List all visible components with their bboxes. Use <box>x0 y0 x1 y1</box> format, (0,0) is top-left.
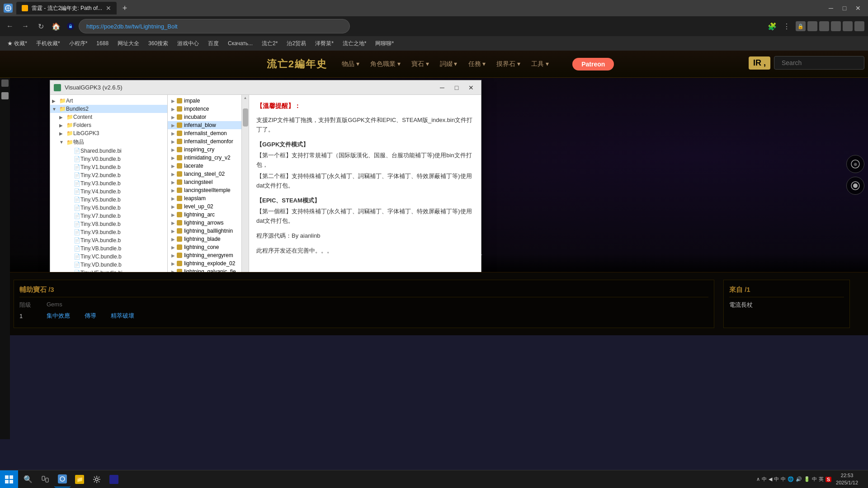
tray-icon-lang[interactable]: 中 <box>812 476 817 483</box>
tray-chevron[interactable]: ∧ <box>756 476 760 482</box>
file-item-lightning-ball[interactable]: ▶ lightning_balllightnin <box>168 227 249 235</box>
tree-item-folders[interactable]: ▶ 📁 Folders <box>50 121 167 129</box>
tree-file-v8[interactable]: 📄Tiny.V8.bundle.b <box>50 220 167 228</box>
tree-file-v7[interactable]: 📄Tiny.V7.bundle.b <box>50 212 167 220</box>
tree-item-streaming[interactable]: ▼ 📁 物品 <box>50 137 167 147</box>
tree-file-vd[interactable]: 📄Tiny.VD.bundle.b <box>50 261 167 269</box>
toolbar-btn-2[interactable] <box>807 21 817 31</box>
home-btn[interactable]: 🏠 <box>50 20 62 33</box>
patreon-button[interactable]: Patreon <box>572 58 614 70</box>
file-item-intimidating-cry[interactable]: ▶ intimidating_cry_v2 <box>168 154 249 162</box>
taskbar-taskview[interactable] <box>37 471 53 488</box>
taskbar-app1[interactable] <box>106 471 122 488</box>
file-item-incubator[interactable]: ▶ incubator <box>168 113 249 121</box>
tree-file-v1[interactable]: 📄Tiny.V1.bundle.b <box>50 163 167 171</box>
minimize-browser-btn[interactable]: ─ <box>825 2 837 14</box>
nav-affixes[interactable]: 詞綴 ▾ <box>440 60 458 68</box>
toolbar-btn-3[interactable] <box>819 21 829 31</box>
maximize-browser-btn[interactable]: □ <box>838 2 851 14</box>
right-btn-1[interactable]: ⊕ <box>846 155 864 173</box>
tree-item-content[interactable]: ▶ 📁 Content <box>50 113 167 121</box>
bookmark-0[interactable]: ★ 收藏* <box>4 39 31 48</box>
nav-quests[interactable]: 任務 ▾ <box>468 60 486 68</box>
gem-conduction[interactable]: 傳導 <box>85 312 96 320</box>
file-list-panel[interactable]: ▶ impale ▶ impotence ▶ incubator <box>168 95 249 272</box>
bookmark-2[interactable]: 小程序* <box>66 39 91 48</box>
tree-file-v3[interactable]: 📄Tiny.V3.bundle.b <box>50 179 167 188</box>
toolbar-btn-6[interactable] <box>854 21 864 31</box>
extensions-btn[interactable]: 🧩 <box>766 20 778 33</box>
taskbar-explorer[interactable]: 📁 <box>71 471 88 488</box>
nav-tools[interactable]: 工具 ▾ <box>531 60 549 68</box>
nav-atlas[interactable]: 摸界石 ▾ <box>496 60 520 68</box>
window-minimize-btn[interactable]: ─ <box>436 83 448 93</box>
bookmark-11[interactable]: 泽臀菜* <box>311 39 337 48</box>
bookmark-1[interactable]: 手机收藏* <box>33 39 64 48</box>
show-desktop-btn[interactable] <box>863 471 864 488</box>
gem-essence-destruction[interactable]: 精萃破壞 <box>111 312 134 320</box>
window-close-btn[interactable]: ✕ <box>465 83 477 93</box>
toolbar-btn-1[interactable]: 🔒 <box>796 21 806 31</box>
gem-concentration[interactable]: 集中效應 <box>47 312 70 320</box>
tree-file-v5[interactable]: 📄Tiny.V5.bundle.b <box>50 196 167 204</box>
file-item-lightning-galvanic[interactable]: ▶ lightning_galvanic_fie <box>168 267 249 272</box>
url-input[interactable] <box>79 19 350 33</box>
window-maximize-btn[interactable]: □ <box>450 83 463 93</box>
tray-icon-sound[interactable]: 🔊 <box>796 476 802 482</box>
tree-file-v9[interactable]: 📄Tiny.V9.bundle.b <box>50 228 167 236</box>
tree-file-ve[interactable]: 📄Tiny.VE.bundle.bi <box>50 269 167 272</box>
tree-item-art[interactable]: ▶ 📁 Art <box>50 97 167 105</box>
taskbar-browser[interactable] <box>54 471 71 488</box>
file-item-lightning-arrows[interactable]: ▶ lightning_arrows <box>168 219 249 227</box>
file-item-level-up[interactable]: ▶ level_up_02 <box>168 202 249 211</box>
nav-char[interactable]: 角色職業 ▾ <box>370 60 401 68</box>
file-list-scrollbar[interactable]: ▲ ▼ <box>241 95 249 272</box>
bookmark-6[interactable]: 游戏中心 <box>174 39 203 48</box>
scroll-thumb[interactable] <box>243 108 248 127</box>
back-btn[interactable]: ← <box>4 20 16 33</box>
taskbar-clock[interactable]: 22:53 2025/1/12 <box>834 472 860 486</box>
bookmark-7[interactable]: 百度 <box>204 39 222 48</box>
file-item-infernalist-demonfor[interactable]: ▶ infernalist_demonfor <box>168 137 249 145</box>
file-item-infernalist-demon[interactable]: ▶ infernalist_demon <box>168 129 249 137</box>
tree-file-va[interactable]: 📄Tiny.VA.bundle.b <box>50 236 167 244</box>
new-tab-btn[interactable]: + <box>118 2 131 14</box>
active-tab[interactable]: 雷霆 - 流亡2編年史: Path of... ✕ <box>16 2 117 14</box>
taskbar-settings[interactable] <box>89 471 105 488</box>
file-item-impale[interactable]: ▶ impale <box>168 97 249 105</box>
file-item-lightning-blade[interactable]: ▶ lightning_blade <box>168 235 249 243</box>
nav-items[interactable]: 物品 ▾ <box>342 60 359 68</box>
sidebar-icon-4[interactable] <box>1 92 9 99</box>
toolbar-btn-5[interactable] <box>843 21 853 31</box>
file-item-impotence[interactable]: ▶ impotence <box>168 105 249 113</box>
file-item-infernal-blow[interactable]: ▶ infernal_blow <box>168 121 249 129</box>
tree-file-shared[interactable]: 📄 Shared.bundle.bi <box>50 147 167 155</box>
file-item-lancing-steel[interactable]: ▶ lancing_steel_02 <box>168 170 249 178</box>
forward-btn[interactable]: → <box>19 20 32 33</box>
bookmark-3[interactable]: 1688 <box>93 39 112 47</box>
bookmark-9[interactable]: 流亡2* <box>258 39 281 48</box>
tree-item-bundles2[interactable]: ▼ 📁 Bundles2 <box>50 105 167 113</box>
file-item-lightning-explode[interactable]: ▶ lightning_explode_02 <box>168 259 249 267</box>
bookmark-13[interactable]: 网聊聊* <box>372 39 397 48</box>
close-browser-btn[interactable]: ✕ <box>852 2 864 14</box>
file-item-lightning-cone[interactable]: ▶ lightning_cone <box>168 243 249 251</box>
scroll-up-btn[interactable]: ▲ <box>244 96 247 99</box>
sidebar-icon-3[interactable] <box>1 80 9 87</box>
tree-file-v0[interactable]: 📄 Tiny.V0.bundle.b <box>50 155 167 163</box>
file-item-lancingsteel[interactable]: ▶ lancingsteel <box>168 178 249 186</box>
bookmark-5[interactable]: 360搜索 <box>145 39 172 48</box>
right-btn-2[interactable] <box>846 177 864 195</box>
file-item-lancingsteeltemple[interactable]: ▶ lancingsteelItemple <box>168 186 249 194</box>
bookmark-12[interactable]: 流亡之地* <box>339 39 370 48</box>
file-item-leapslam[interactable]: ▶ leapslam <box>168 194 249 202</box>
search-input[interactable] <box>774 56 864 70</box>
file-item-inspiring-cry[interactable]: ▶ inspiring_cry <box>168 145 249 154</box>
toolbar-btn-4[interactable] <box>831 21 841 31</box>
tree-file-v4[interactable]: 📄Tiny.V4.bundle.b <box>50 188 167 196</box>
tree-item-libggpk3[interactable]: ▶ 📁 LibGGPK3 <box>50 129 167 137</box>
refresh-btn[interactable]: ↻ <box>34 20 47 33</box>
file-item-lightning-energy[interactable]: ▶ lightning_energyrem <box>168 251 249 259</box>
tree-file-vb[interactable]: 📄Tiny.VB.bundle.b <box>50 244 167 253</box>
bookmark-10[interactable]: 泊2贸易 <box>283 39 310 48</box>
